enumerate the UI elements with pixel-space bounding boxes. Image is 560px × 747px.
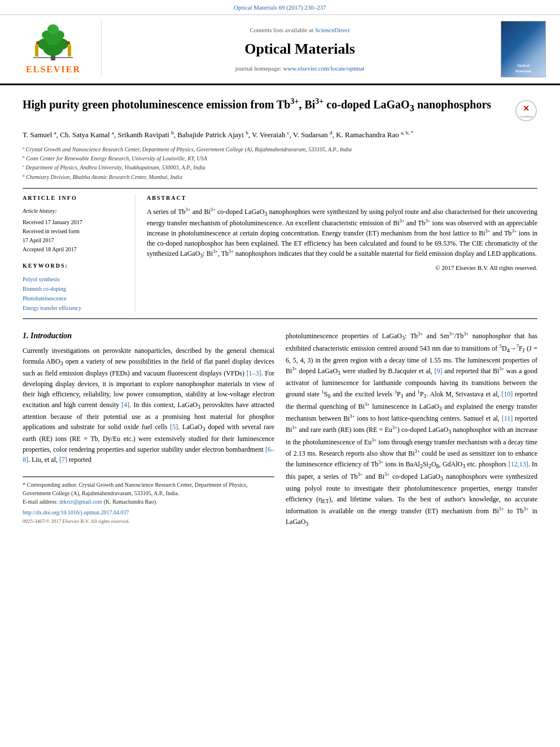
intro-heading: 1. Introduction	[23, 330, 274, 342]
affiliation-a: a Crystal Growth and Nanoscience Researc…	[23, 145, 537, 154]
keywords-heading: Keywords:	[23, 262, 126, 270]
abstract-heading: ABSTRACT	[147, 194, 537, 202]
article-info-heading: ARTICLE INFO	[23, 194, 126, 202]
svg-point-7	[47, 24, 59, 34]
issn-line: 0925-3467/© 2017 Elsevier B.V. All right…	[23, 518, 274, 526]
svg-point-13	[67, 41, 70, 45]
email-name: (K. Ramachandra Rao).	[104, 499, 158, 505]
affiliation-c: c Department of Physics, Andhra Universi…	[23, 163, 537, 172]
doi-link[interactable]: http://dx.doi.org/10.1016/j.optmat.2017.…	[23, 509, 129, 516]
keyword-4: Energy transfer efficiency	[23, 303, 126, 313]
article-main: High purity green photoluminescence emis…	[0, 84, 560, 544]
journal-ref-text: Optical Materials 69 (2017) 230–237	[234, 4, 326, 11]
footnote-corresponding: * Corresponding author. Crystal Growth a…	[23, 480, 274, 497]
abstract-column: ABSTRACT A series of Tb3+ and Bi3+ co-do…	[147, 194, 537, 313]
keyword-2: Bismuth co-doping	[23, 284, 126, 294]
received-date: Received 17 January 2017	[23, 218, 126, 227]
footnote-email-line: E-mail address: drkrcr@gmail.com (K. Ram…	[23, 497, 274, 506]
intro-text-col1: Currently investigations on perovskite n…	[23, 346, 274, 465]
affiliation-d: d Chemistry Division, Bhabha Atomic Rese…	[23, 173, 537, 181]
elsevier-tree-icon	[30, 23, 76, 62]
keywords-block: Keywords: Polyol synthesis Bismuth co-do…	[23, 262, 126, 313]
sciencedirect-link[interactable]: ScienceDirect	[315, 27, 350, 33]
email-link[interactable]: drkrcr@gmail.com	[59, 499, 102, 505]
authors-line: T. Samuel a, Ch. Satya Kamal a, Srikanth…	[23, 129, 537, 141]
footnote-area: * Corresponding author. Crystal Growth a…	[23, 477, 274, 526]
keyword-1: Polyol synthesis	[23, 274, 126, 284]
article-title-area: High purity green photoluminescence emis…	[23, 97, 537, 122]
affiliation-b: b Conn Center for Renewable Energy Resea…	[23, 154, 537, 163]
abstract-text: A series of Tb3+ and Bi3+ co-doped LaGaO…	[147, 207, 537, 260]
journal-title-area: Contents lists available at ScienceDirec…	[107, 21, 492, 77]
contents-available-text: Contents lists available at ScienceDirec…	[250, 26, 349, 34]
revised-date: 17 April 2017	[23, 236, 126, 245]
elsevier-brand-text: ELSEVIER	[26, 63, 81, 76]
elsevier-logo-area: ELSEVIER	[11, 21, 102, 77]
article-info-column: ARTICLE INFO Article history: Received 1…	[23, 194, 135, 313]
cover-label-text: OpticalMaterials	[515, 63, 532, 75]
article-history: Article history: Received 17 January 201…	[23, 207, 126, 254]
keyword-3: Photoluminescence	[23, 294, 126, 303]
history-label: Article history:	[23, 207, 126, 216]
crossmark-icon: ✕ CrossMark	[515, 100, 537, 121]
journal-title: Optical Materials	[244, 39, 355, 59]
journal-homepage-link[interactable]: www.elsevier.com/locate/optmat	[283, 65, 364, 72]
journal-header: ELSEVIER Contents lists available at Sci…	[0, 14, 560, 84]
journal-cover-area: OpticalMaterials	[498, 21, 549, 77]
intro-text-col2: photoluminescence properties of LaGaO3: …	[286, 330, 537, 528]
affiliations-block: a Crystal Growth and Nanoscience Researc…	[23, 145, 537, 181]
svg-rect-10	[68, 45, 71, 56]
svg-point-12	[36, 41, 40, 45]
journal-cover-image: OpticalMaterials	[501, 21, 546, 77]
article-title: High purity green photoluminescence emis…	[23, 97, 506, 114]
doi-line: http://dx.doi.org/10.1016/j.optmat.2017.…	[23, 508, 274, 517]
revised-label: Received in revised form	[23, 227, 126, 236]
body-column-right: photoluminescence properties of LaGaO3: …	[286, 330, 537, 533]
accepted-date: Accepted 18 April 2017	[23, 245, 126, 254]
journal-homepage-line: journal homepage: www.elsevier.com/locat…	[235, 64, 365, 73]
page-wrapper: Optical Materials 69 (2017) 230–237	[0, 0, 560, 544]
copyright-text: © 2017 Elsevier B.V. All rights reserved…	[147, 264, 537, 272]
crossmark-badge: ✕ CrossMark	[515, 99, 537, 122]
journal-reference-bar: Optical Materials 69 (2017) 230–237	[0, 0, 560, 14]
svg-rect-8	[35, 45, 38, 56]
body-content-columns: 1. Introduction Currently investigations…	[23, 330, 537, 533]
email-label: E-mail address:	[23, 499, 58, 505]
elsevier-logo: ELSEVIER	[26, 23, 81, 76]
article-info-abstract-row: ARTICLE INFO Article history: Received 1…	[23, 188, 537, 319]
body-column-left: 1. Introduction Currently investigations…	[23, 330, 274, 533]
